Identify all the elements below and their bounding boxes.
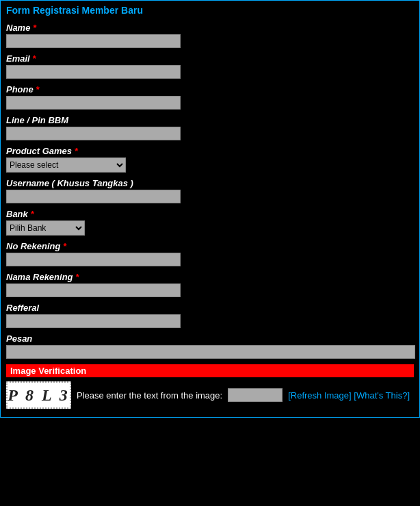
product-label: Product Games * — [6, 146, 414, 156]
line-label: Line / Pin BBM — [6, 115, 414, 125]
bank-select[interactable]: Pilih Bank BCA BNI BRI Mandiri — [6, 220, 85, 236]
phone-label: Phone * — [6, 84, 414, 94]
nama-rekening-label: Nama Rekening * — [6, 272, 414, 282]
captcha-links: [Refresh Image] [What's This?] — [288, 390, 410, 401]
captcha-input[interactable] — [228, 388, 283, 402]
whats-this-link[interactable]: [What's This?] — [354, 390, 410, 401]
pesan-label: Pesan — [6, 333, 414, 344]
form-title: Form Registrasi Member Baru — [6, 5, 414, 16]
product-field-group: Product Games * Please select Game 1 Gam… — [6, 146, 414, 173]
email-label: Email * — [6, 53, 414, 64]
username-label: Username ( Khusus Tangkas ) — [6, 178, 414, 188]
nama-rekening-field-group: Nama Rekening * — [6, 272, 414, 297]
verification-section: Image Verification P 8 L 3 Please enter … — [6, 364, 414, 410]
pesan-field-group: Pesan — [6, 333, 414, 359]
name-input[interactable] — [6, 34, 181, 48]
refferal-label: Refferal — [6, 303, 414, 313]
verification-row: P 8 L 3 Please enter the text from the i… — [6, 380, 414, 410]
name-label: Name * — [6, 23, 414, 33]
refferal-input[interactable] — [6, 314, 181, 328]
verification-instruction: Please enter the text from the image: — [77, 390, 222, 401]
captcha-image: P 8 L 3 — [6, 381, 71, 409]
email-field-group: Email * — [6, 53, 414, 79]
bank-label: Bank * — [6, 209, 414, 219]
bank-field-group: Bank * Pilih Bank BCA BNI BRI Mandiri — [6, 209, 414, 236]
refresh-image-link[interactable]: [Refresh Image] — [288, 390, 352, 401]
username-input[interactable] — [6, 190, 181, 203]
email-input[interactable] — [6, 65, 181, 79]
name-field-group: Name * — [6, 23, 414, 48]
line-field-group: Line / Pin BBM — [6, 115, 414, 140]
username-field-group: Username ( Khusus Tangkas ) — [6, 178, 414, 203]
no-rekening-field-group: No Rekening * — [6, 241, 414, 266]
pesan-input[interactable] — [6, 345, 415, 359]
line-input[interactable] — [6, 127, 181, 140]
registration-form: Form Registrasi Member Baru Name * Email… — [0, 0, 420, 418]
product-select[interactable]: Please select Game 1 Game 2 Game 3 — [6, 157, 126, 173]
verification-title: Image Verification — [6, 364, 414, 377]
nama-rekening-input[interactable] — [6, 283, 181, 297]
phone-input[interactable] — [6, 96, 181, 110]
no-rekening-input[interactable] — [6, 253, 181, 266]
no-rekening-label: No Rekening * — [6, 241, 414, 251]
phone-field-group: Phone * — [6, 84, 414, 110]
refferal-field-group: Refferal — [6, 303, 414, 328]
